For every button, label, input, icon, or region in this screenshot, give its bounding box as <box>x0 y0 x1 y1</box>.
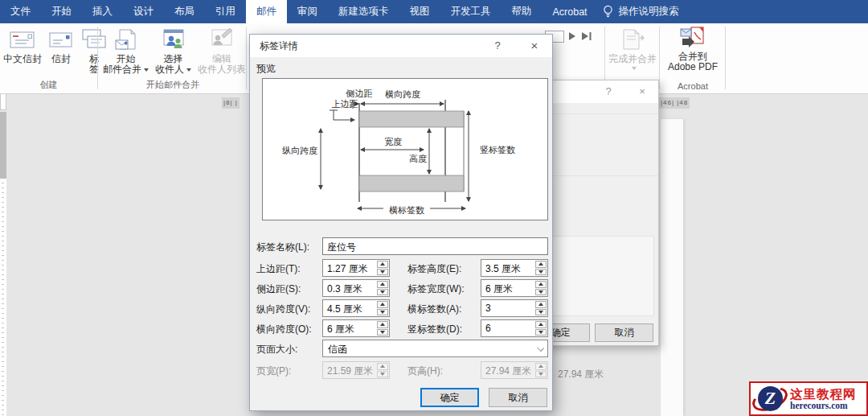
group-acrobat: 合并到 Adobe PDF Acrobat <box>662 23 723 93</box>
dropdown-caret-icon <box>186 68 191 72</box>
label-width-spinner[interactable]: 6 厘米 <box>481 279 548 297</box>
spin-up-icon[interactable] <box>377 281 388 288</box>
spin-down-icon[interactable] <box>535 329 547 336</box>
tab-review[interactable]: 审阅 <box>287 0 328 23</box>
spin-down-icon[interactable] <box>377 289 388 296</box>
dialog-title: 标签详情 <box>250 39 298 53</box>
help-button[interactable]: ? <box>592 80 624 103</box>
spin-down-icon[interactable] <box>377 269 388 276</box>
tab-custom[interactable]: 新建选项卡 <box>328 0 399 23</box>
spin-up-icon[interactable] <box>535 281 547 288</box>
ribbon-divider <box>97 27 98 89</box>
cancel-button[interactable]: 取消 <box>489 388 547 407</box>
tab-view[interactable]: 视图 <box>399 0 440 23</box>
diagram-vertical-pitch-label: 纵向跨度 <box>282 146 317 155</box>
tab-mailings[interactable]: 邮件 <box>246 0 287 23</box>
spin-up-icon[interactable] <box>377 301 388 308</box>
search-label: 操作说明搜索 <box>619 5 679 19</box>
diagram-height-label: 高度 <box>409 154 427 163</box>
dialog-titlebar[interactable]: 标签详情 ? × <box>250 35 552 57</box>
spin-down-icon[interactable] <box>535 309 547 316</box>
document-page-edge[interactable] <box>661 119 683 416</box>
spin-up-icon[interactable] <box>535 321 547 328</box>
merge-to-adobe-pdf-button[interactable]: 合并到 Adobe PDF <box>662 23 723 72</box>
tab-file[interactable]: 文件 <box>0 0 41 23</box>
label-height-label: 标签高度(E): <box>407 262 461 276</box>
page-width-label: 页宽(P): <box>256 365 291 378</box>
lightbulb-icon <box>603 5 613 19</box>
chinese-envelope-icon <box>9 28 36 54</box>
help-button[interactable]: ? <box>481 35 514 57</box>
last-record-icon[interactable] <box>580 31 593 41</box>
label-height-spinner[interactable]: 3.5 厘米 <box>481 259 548 277</box>
top-margin-label: 上边距(T): <box>256 262 301 276</box>
horizontal-ruler-fragment-left[interactable]: |8| | <box>222 97 240 109</box>
page-size-label: 页面大小: <box>256 343 297 356</box>
spin-up-icon[interactable] <box>535 301 547 308</box>
labels-across-spinner[interactable]: 3 <box>481 299 548 317</box>
spin-up-icon[interactable] <box>377 261 388 268</box>
tab-insert[interactable]: 插入 <box>82 0 123 23</box>
chinese-envelope-button[interactable]: 中文信封 <box>0 23 45 81</box>
vertical-pitch-spinner[interactable]: 4.5 厘米 <box>322 299 390 317</box>
horizontal-ruler-fragment-right[interactable]: |46| |48 <box>659 97 690 109</box>
select-recipients-label-line2: 收件人 <box>155 64 191 75</box>
spin-down-icon[interactable] <box>377 329 388 336</box>
tab-help[interactable]: 帮助 <box>502 0 542 23</box>
spin-down-icon[interactable] <box>535 289 547 296</box>
spin-up-icon[interactable] <box>377 321 388 328</box>
tab-home[interactable]: 开始 <box>41 0 82 23</box>
envelope-icon <box>48 28 74 54</box>
finish-merge-button[interactable]: 完成并合并 <box>608 23 657 70</box>
label-width-label: 标签宽度(W): <box>407 282 465 296</box>
side-margin-spinner[interactable]: 0.3 厘米 <box>322 279 390 297</box>
start-mail-merge-label-line2: 邮件合并 <box>103 64 149 75</box>
top-margin-spinner[interactable]: 1.27 厘米 <box>322 259 390 277</box>
spin-down-icon[interactable] <box>535 269 547 276</box>
spin-down-icon[interactable] <box>377 309 388 316</box>
vertical-ruler[interactable] <box>0 179 6 416</box>
merge-to-adobe-pdf-icon <box>678 26 707 51</box>
ribbon-divider <box>659 27 660 89</box>
select-recipients-button[interactable]: 选择 收件人 <box>152 23 194 81</box>
side-margin-label: 侧边距(S): <box>256 282 301 296</box>
horizontal-pitch-spinner[interactable]: 6 厘米 <box>322 319 390 337</box>
preview-section-label: 预览 <box>256 62 276 76</box>
finish-merge-icon <box>618 28 647 54</box>
back-dialog-cancel-button[interactable]: 取消 <box>595 323 653 342</box>
close-icon[interactable]: × <box>626 80 658 103</box>
labels-down-label: 竖标签数(D): <box>407 323 462 336</box>
envelope-button[interactable]: 信封 <box>45 23 77 81</box>
watermark-url: herecours.com <box>790 401 857 411</box>
start-mail-merge-icon <box>113 28 139 54</box>
spin-down-icon <box>377 371 388 378</box>
close-icon[interactable]: × <box>518 35 551 57</box>
ribbon-divider <box>246 27 247 89</box>
ok-button[interactable]: 确定 <box>420 388 479 407</box>
edit-recipient-list-button[interactable]: 编辑 收件人列表 <box>194 23 249 81</box>
watermark-badge: Z 这里教程网 herecours.com <box>749 381 868 416</box>
group-start-mail-merge-label: 开始邮件合并 <box>100 79 246 91</box>
tab-acrobat[interactable]: Acrobat <box>542 0 598 23</box>
tell-me-search[interactable]: 操作说明搜索 <box>603 0 679 23</box>
label-name-label: 标签名称(L): <box>256 241 309 254</box>
next-record-icon[interactable] <box>567 31 578 41</box>
chinese-envelope-label: 中文信封 <box>3 54 42 64</box>
tab-layout[interactable]: 布局 <box>164 0 205 23</box>
page-width-spinner: 21.59 厘米 <box>322 361 390 379</box>
tab-references[interactable]: 引用 <box>205 0 246 23</box>
page-size-combobox[interactable]: 信函 <box>322 340 548 357</box>
labels-down-spinner[interactable]: 6 <box>481 319 548 337</box>
tab-design[interactable]: 设计 <box>123 0 164 23</box>
tab-developer[interactable]: 开发工具 <box>440 0 502 23</box>
start-mail-merge-button[interactable]: 开始 邮件合并 <box>100 23 152 81</box>
diagram-width-label: 宽度 <box>384 137 402 146</box>
spin-up-icon[interactable] <box>535 261 547 268</box>
envelope-label: 信封 <box>51 54 71 64</box>
label-details-dialog: 标签详情 ? × 预览 侧边距 上边距 横向 <box>249 34 553 411</box>
label-name-input[interactable]: 座位号 <box>322 237 548 255</box>
ribbon-tab-bar: 文件 开始 插入 设计 布局 引用 邮件 审阅 新建选项卡 视图 开发工具 帮助… <box>0 0 868 23</box>
vertical-ruler-margin[interactable] <box>0 112 6 179</box>
group-acrobat-label: Acrobat <box>662 81 723 91</box>
logo-z-icon: Z <box>758 386 783 411</box>
